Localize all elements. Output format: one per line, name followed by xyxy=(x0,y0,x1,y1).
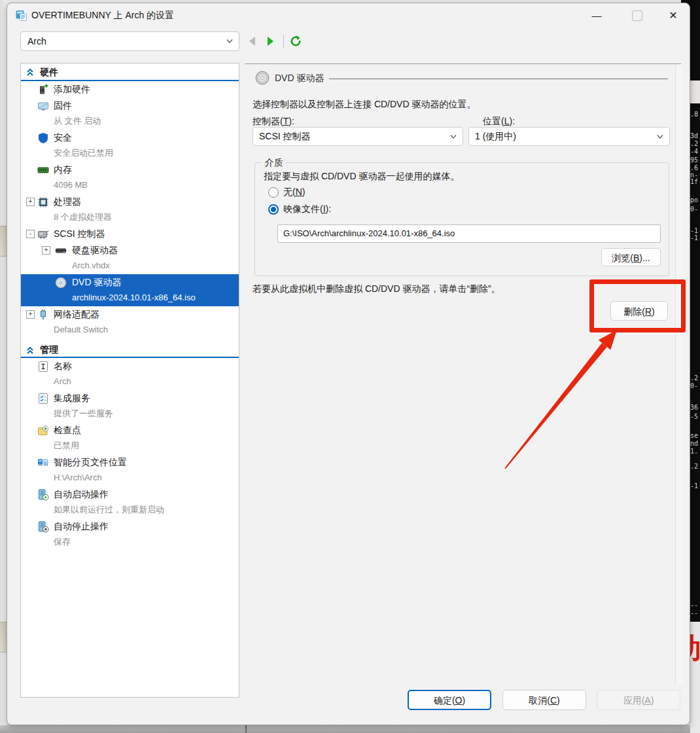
tree-item-dvd-drive-selected[interactable]: DVD 驱动器 xyxy=(21,274,239,291)
tree-item-name[interactable]: 名称 xyxy=(21,358,239,374)
scsi-controller-icon xyxy=(37,228,49,240)
tree-item-checkpoints[interactable]: 检查点 xyxy=(21,422,239,438)
tree-item-label: 固件 xyxy=(54,100,72,112)
tree-item-label: DVD 驱动器 xyxy=(72,277,121,289)
tree-item-integration-services[interactable]: 集成服务 xyxy=(21,390,239,406)
vm-settings-dialog: OVERTIMEBUNNY 上 Arch 的设置 — ✕ Arch 硬件 xyxy=(7,3,690,725)
tree-item-label: 名称 xyxy=(54,361,72,372)
add-hardware-icon xyxy=(37,84,49,96)
terminal-text-fragment: .2 xyxy=(690,141,700,147)
panel-title-rule xyxy=(329,79,668,79)
name-icon xyxy=(37,361,49,372)
controller-label: 控制器(T): xyxy=(253,116,294,128)
terminal-text-fragment: 36 xyxy=(690,404,700,411)
checkpoints-icon xyxy=(37,425,49,437)
tree-item-sub: Arch.vhdx xyxy=(21,259,239,274)
cancel-button[interactable]: 取消(C) xyxy=(502,690,586,710)
collapse-chevrons-icon xyxy=(26,68,34,77)
section-header-label: 管理 xyxy=(40,344,58,356)
panel-scrollbar[interactable] xyxy=(675,64,682,684)
media-group-title: 介质 xyxy=(262,157,287,169)
remove-hint-text: 若要从此虚拟机中删除虚拟 CD/DVD 驱动器，请单击“删除”。 xyxy=(253,283,500,295)
iso-path-input[interactable]: G:\ISO\Arch\archlinux-2024.10.01-x86_64.… xyxy=(277,224,661,243)
tree-item-sub: 已禁用 xyxy=(21,438,239,454)
close-button[interactable]: ✕ xyxy=(659,7,687,25)
tree-item-sub: H:\Arch\Arch xyxy=(21,471,239,486)
section-header-management[interactable]: 管理 xyxy=(21,342,239,358)
media-groupbox: 介质 指定要与虚拟 CD/DVD 驱动器一起使用的媒体。 无(N) 映像文件(I… xyxy=(254,162,669,276)
network-adapter-icon xyxy=(37,309,49,321)
tree-item-firmware[interactable]: 固件 xyxy=(21,98,239,114)
collapse-chevrons-icon xyxy=(26,346,34,355)
apply-button[interactable]: 应用(A) xyxy=(597,690,680,710)
section-header-label: 硬件 xyxy=(40,67,58,79)
tree-item-label: 硬盘驱动器 xyxy=(72,245,118,257)
smart-paging-icon xyxy=(37,457,49,469)
tree-item-label: 自动停止操作 xyxy=(54,521,109,533)
tree-item-label: 添加硬件 xyxy=(54,84,90,96)
firmware-icon xyxy=(37,100,49,112)
terminal-text-fragment: .2 xyxy=(690,463,700,470)
tree-item-sub: Default Switch xyxy=(21,323,239,338)
vm-selector-value: Arch xyxy=(27,36,46,46)
background-left-band xyxy=(0,226,7,257)
tree-item-memory[interactable]: 内存 xyxy=(21,162,239,178)
tree-item-hard-drive[interactable]: + 硬盘驱动器 xyxy=(21,242,239,259)
integration-services-icon xyxy=(37,393,49,404)
tree-item-scsi-controller[interactable]: - SCSI 控制器 xyxy=(21,226,239,242)
tree-item-smart-paging[interactable]: 智能分页文件位置 xyxy=(21,454,239,471)
terminal-text-fragment: -- xyxy=(690,602,700,609)
tree-item-label: 网络适配器 xyxy=(54,309,99,321)
background-terminal-band xyxy=(690,80,700,103)
tree-item-sub: 从 文件 启动 xyxy=(21,114,239,130)
maximize-button[interactable] xyxy=(632,10,642,21)
terminal-text-fragment: -1 xyxy=(690,483,700,490)
terminal-text-fragment: se xyxy=(690,433,700,439)
refresh-button[interactable] xyxy=(289,35,302,48)
processor-icon xyxy=(37,196,49,208)
hardware-tree: 硬件 添加硬件 固件 从 文件 启动 安全 xyxy=(20,63,239,698)
auto-stop-icon xyxy=(37,521,49,533)
tree-item-security[interactable]: 安全 xyxy=(21,130,239,146)
titlebar[interactable]: OVERTIMEBUNNY 上 Arch 的设置 — ✕ xyxy=(7,3,690,28)
tree-item-label: 安全 xyxy=(54,132,72,144)
tree-item-processor[interactable]: + 处理器 xyxy=(21,194,239,210)
tree-item-auto-stop[interactable]: 自动停止操作 xyxy=(21,518,239,535)
media-image-radio[interactable] xyxy=(268,204,279,215)
chevron-down-icon xyxy=(226,39,233,44)
background-bottom-divider xyxy=(245,725,247,733)
terminal-text-fragment: -- xyxy=(690,610,700,617)
tree-item-network-adapter[interactable]: + 网络适配器 xyxy=(21,306,239,323)
terminal-text-fragment: n- xyxy=(690,172,700,179)
tree-item-sub: archlinux-2024.10.01-x86_64.iso xyxy=(21,291,239,306)
location-dropdown[interactable]: 1 (使用中) xyxy=(468,127,670,146)
tree-item-sub: 安全启动已禁用 xyxy=(21,146,239,162)
window-title: OVERTIMEBUNNY 上 Arch 的设置 xyxy=(31,10,174,22)
navigate-forward-button[interactable] xyxy=(264,35,277,48)
terminal-text-fragment: 3d xyxy=(690,133,700,139)
media-none-radio[interactable] xyxy=(268,187,279,198)
location-label: 位置(L): xyxy=(483,116,515,128)
tree-item-auto-start[interactable]: 自动启动操作 xyxy=(21,486,239,503)
tree-item-add-hardware[interactable]: 添加硬件 xyxy=(21,81,239,98)
expander-icon[interactable]: + xyxy=(42,246,50,255)
controller-dropdown[interactable]: SCSI 控制器 xyxy=(253,127,463,146)
location-value: 1 (使用中) xyxy=(475,131,516,141)
minimize-button[interactable]: — xyxy=(583,7,610,25)
ok-button[interactable]: 确定(O) xyxy=(408,690,491,710)
expander-icon[interactable]: + xyxy=(26,310,35,319)
background-left-band xyxy=(0,622,7,653)
expander-icon[interactable]: + xyxy=(26,198,35,206)
tree-item-label: 检查点 xyxy=(54,425,81,437)
vm-selector-dropdown[interactable]: Arch xyxy=(20,31,239,51)
shield-icon xyxy=(37,132,49,144)
tree-item-label: SCSI 控制器 xyxy=(54,228,105,240)
expander-icon[interactable]: - xyxy=(26,230,35,238)
memory-icon xyxy=(37,164,49,176)
section-header-hardware[interactable]: 硬件 xyxy=(21,63,239,81)
browse-button[interactable]: 浏览(B)... xyxy=(601,248,661,266)
auto-start-icon xyxy=(37,489,49,501)
navigate-back-button[interactable] xyxy=(246,35,259,48)
terminal-text-fragment: -5 xyxy=(690,414,700,420)
terminal-text-fragment: .6 xyxy=(690,165,700,171)
